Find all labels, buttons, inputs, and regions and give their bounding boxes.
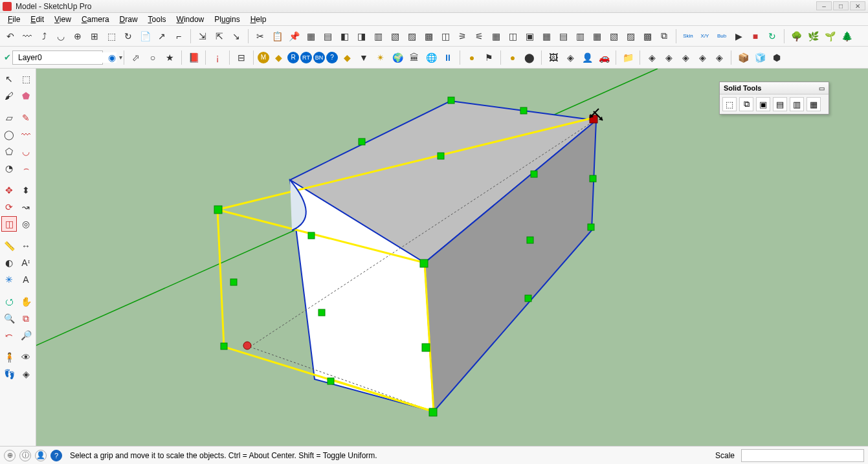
solid-outer-shell[interactable]: ⬚ [722,97,737,111]
tool-r2-8[interactable]: ◆ [339,50,355,65]
credits-icon[interactable]: ⓘ [19,450,31,461]
minimize-button[interactable]: – [816,1,832,10]
tool-generic-16[interactable]: 📋 [269,28,285,44]
tool-skin[interactable]: Skin [680,28,696,44]
tool-r2-26[interactable]: ◈ [678,50,693,65]
followme-tool[interactable]: ↝ [18,199,34,215]
menu-plugins[interactable]: Plugins [209,14,245,25]
tool-generic-6[interactable]: ⊞ [87,28,102,44]
curve-tool[interactable]: ⌢ [18,160,34,176]
tool-generic-21[interactable]: ◨ [353,28,369,44]
look-tool[interactable]: 👁 [18,349,34,365]
orbit-tool[interactable]: ⭯ [1,294,17,309]
tool-r2-21[interactable]: 👤 [579,50,595,65]
tool-generic-34[interactable]: ▥ [572,28,588,44]
tool-xy[interactable]: X/Y [697,28,713,44]
walk-tool[interactable]: 👣 [1,366,17,382]
badge-q[interactable]: ? [326,52,338,63]
menu-help[interactable]: Help [245,14,272,25]
tool-generic-26[interactable]: ◫ [438,28,453,44]
tool-r2-5[interactable]: ¡ [210,50,225,65]
menu-file[interactable]: File [3,14,25,25]
solid-subtract[interactable]: ▤ [773,97,787,111]
maximize-button[interactable]: □ [833,1,849,10]
eraser-tool[interactable]: ⬟ [18,88,34,104]
tool-generic-1[interactable]: ↶ [3,28,18,44]
tool-r2-3[interactable]: ★ [162,50,177,65]
measurement-input[interactable] [741,449,864,462]
menu-view[interactable]: View [49,14,76,25]
badge-diamond[interactable]: ◆ [271,50,286,65]
menu-tools[interactable]: Tools [143,14,172,25]
tool-generic-39[interactable]: ⧉ [656,28,672,44]
tool-r2-20[interactable]: ◈ [562,50,578,65]
tool-generic-29[interactable]: ▦ [488,28,504,44]
tool-r2-4[interactable]: 📕 [186,50,201,65]
tool-r2-25[interactable]: ◈ [661,50,676,65]
tool-generic-38[interactable]: ▩ [640,28,655,44]
menu-draw[interactable]: Draw [115,14,143,25]
viewport-3d[interactable]: Solid Tools ▭ ⬚ ⧉ ▣ ▤ ▥ ▦ [36,69,868,446]
tool-r2-22[interactable]: 🚗 [596,50,612,65]
circle-tool[interactable]: ◯ [1,127,17,142]
tool-generic-36[interactable]: ▧ [606,28,621,44]
panel-collapse-icon[interactable]: ▭ [819,85,825,92]
tool-r2-6[interactable]: ⊟ [234,50,249,65]
tool-generic-32[interactable]: ▦ [539,28,554,44]
tool-r2-17[interactable]: ● [505,50,520,65]
tool-generic-30[interactable]: ◫ [505,28,520,44]
select-tool[interactable]: ↖ [1,71,17,87]
tool-generic-27[interactable]: ⚞ [454,28,470,44]
solid-tools-panel[interactable]: Solid Tools ▭ ⬚ ⧉ ▣ ▤ ▥ ▦ [719,82,829,115]
tool-r2-10[interactable]: ✴ [373,50,388,65]
polygon-tool[interactable]: ⬠ [1,144,17,159]
badge-bn[interactable]: BN [313,52,325,63]
tool-generic-25[interactable]: ▩ [421,28,436,44]
user-icon[interactable]: 👤 [35,450,47,461]
tool-r2-15[interactable]: ● [464,50,480,65]
tool-bub[interactable]: Bub [714,28,729,44]
layer-manager-icon[interactable]: ◉ [104,50,120,65]
tool-generic-18[interactable]: ▦ [303,28,318,44]
badge-rt[interactable]: RT [300,52,312,63]
tool-r2-2[interactable]: ○ [145,50,161,65]
tool-r2-24[interactable]: ◈ [644,50,660,65]
tool-r2-18[interactable]: ⬤ [522,50,537,65]
tool-r2-12[interactable]: 🏛 [406,50,422,65]
solid-split[interactable]: ▦ [807,97,821,111]
protractor-tool[interactable]: ◐ [1,255,17,271]
tool-refresh[interactable]: ↻ [764,28,780,44]
text-tool[interactable]: Aᶦ [18,255,34,271]
tool-r2-27[interactable]: ◈ [695,50,710,65]
geo-icon[interactable]: ⊕ [4,450,16,461]
tool-generic-7[interactable]: ⬚ [104,28,119,44]
rotate-tool[interactable]: ⟳ [1,199,17,215]
zoom-tool[interactable]: 🔍 [1,311,17,326]
rectangle-tool[interactable]: ▱ [1,110,17,126]
tool-generic-12[interactable]: ⇲ [195,28,210,44]
close-button[interactable]: ✕ [850,1,865,10]
tool-generic-35[interactable]: ▦ [589,28,605,44]
solid-union[interactable]: ▣ [756,97,770,111]
tool-generic-19[interactable]: ▤ [320,28,335,44]
tool-generic-11[interactable]: ⌐ [171,28,186,44]
tool-generic-37[interactable]: ▨ [623,28,638,44]
menu-window[interactable]: Window [172,14,210,25]
zoom-extents-tool[interactable]: 🔎 [18,327,34,343]
line-tool[interactable]: ✎ [18,110,34,126]
tool-generic-5[interactable]: ⊕ [70,28,85,44]
pan-tool[interactable]: ✋ [18,294,34,309]
tool-r2-11[interactable]: 🌍 [390,50,405,65]
tool-generic-28[interactable]: ⚟ [471,28,487,44]
tool-generic-33[interactable]: ▤ [555,28,571,44]
grass-icon[interactable]: 🌿 [805,28,821,44]
tool-generic-17[interactable]: 📌 [286,28,302,44]
tool-stop[interactable]: ■ [748,28,763,44]
solid-intersect[interactable]: ⧉ [739,97,753,111]
tool-generic-10[interactable]: ↗ [154,28,170,44]
pie-tool[interactable]: ◔ [1,160,17,176]
layer-selector[interactable]: ▾ [12,50,103,65]
badge-m[interactable]: M [258,52,269,63]
paint-tool[interactable]: 🖌 [1,88,17,104]
tool-r2-28[interactable]: ◈ [711,50,727,65]
